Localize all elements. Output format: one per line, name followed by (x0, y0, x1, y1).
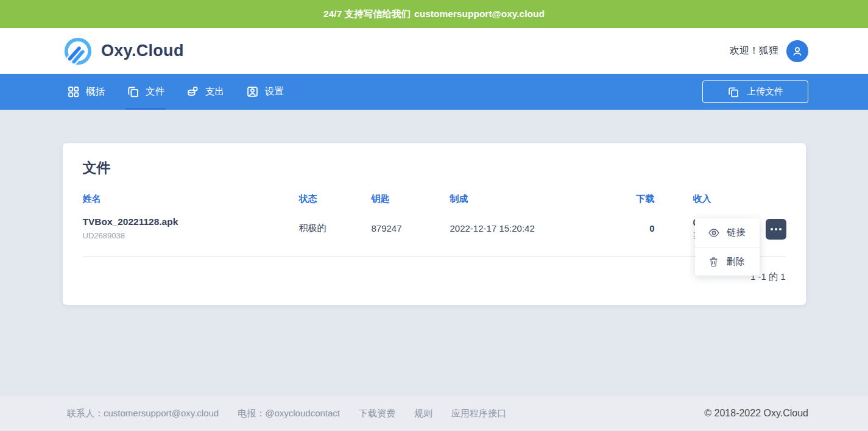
file-table-row: TVBox_20221128.apk UD2689038 积极的 879247 … (83, 205, 786, 257)
welcome-text: 欢迎！狐狸 (730, 45, 778, 57)
file-status: 积极的 (299, 223, 372, 234)
support-banner-text: 24/7 支持写信给我们 (323, 8, 411, 21)
upload-file-label: 上传文件 (747, 86, 783, 98)
row-actions-button[interactable] (766, 219, 786, 240)
file-name-cell: TVBox_20221128.apk UD2689038 (83, 216, 299, 241)
user-avatar[interactable] (786, 40, 808, 62)
support-email[interactable]: customersupport@oxy.cloud (414, 9, 545, 20)
col-header-income: 收入 (655, 193, 786, 205)
main-content: 文件 姓名 状态 钥匙 制成 下载 收入 TVBox_20221128.apk … (0, 110, 868, 396)
file-key: 879247 (372, 223, 450, 233)
nav-label-payouts: 支出 (205, 85, 224, 98)
main-nav: 概括 文件 支出 (0, 74, 868, 110)
col-header-created: 制成 (450, 193, 626, 205)
file-created: 2022-12-17 15:20:42 (450, 223, 626, 233)
nav-label-files: 文件 (146, 85, 164, 98)
footer-link-rules[interactable]: 规则 (414, 408, 432, 419)
copyright: © 2018-2022 Oxy.Cloud (704, 408, 808, 419)
file-downloads: 0 (626, 223, 655, 233)
col-header-key: 钥匙 (372, 193, 450, 205)
dot (779, 228, 782, 230)
nav-item-payouts[interactable]: 支出 (185, 74, 225, 110)
menu-item-link[interactable]: 链接 (695, 218, 760, 247)
file-id: UD2689038 (83, 230, 299, 241)
footer-link-download-rates[interactable]: 下载资费 (359, 408, 395, 419)
nav-label-overview: 概括 (86, 85, 105, 98)
row-actions-menu: 链接 删除 (695, 218, 760, 276)
file-name[interactable]: TVBox_20221128.apk (83, 216, 299, 228)
dot (771, 228, 773, 230)
upload-file-icon (727, 86, 739, 98)
header-user-area: 欢迎！狐狸 (730, 40, 808, 62)
col-header-status: 状态 (299, 193, 372, 205)
footer: 联系人：customersupport@oxy.cloud 电报：@oxyclo… (0, 396, 868, 430)
nav-item-files[interactable]: 文件 (125, 74, 166, 110)
brand-name: Oxy.Cloud (101, 41, 184, 60)
footer-link-contact[interactable]: 联系人：customersupport@oxy.cloud (67, 408, 219, 419)
user-icon (791, 45, 804, 58)
oxycloud-logo-icon (63, 36, 93, 66)
footer-link-telegram[interactable]: 电报：@oxycloudcontact (238, 408, 340, 419)
nav-label-settings: 设置 (265, 85, 284, 98)
files-icon (127, 85, 139, 98)
nav-item-settings[interactable]: 设置 (245, 74, 285, 110)
brand-logo[interactable]: Oxy.Cloud (63, 36, 184, 66)
header: Oxy.Cloud 欢迎！狐狸 (0, 28, 868, 74)
col-header-name: 姓名 (83, 193, 299, 205)
menu-item-link-label: 链接 (727, 227, 746, 238)
footer-link-api[interactable]: 应用程序接口 (451, 408, 506, 419)
menu-item-delete[interactable]: 删除 (695, 247, 760, 276)
account-icon (246, 85, 259, 98)
dashboard-icon (67, 85, 80, 98)
files-table-header: 姓名 状态 钥匙 制成 下载 收入 (83, 193, 786, 205)
menu-item-delete-label: 删除 (727, 256, 745, 268)
coins-icon (186, 85, 199, 98)
files-card: 文件 姓名 状态 钥匙 制成 下载 收入 TVBox_20221128.apk … (63, 143, 806, 305)
nav-item-overview[interactable]: 概括 (66, 74, 106, 110)
trash-icon (708, 256, 719, 268)
support-banner: 24/7 支持写信给我们 customersupport@oxy.cloud (0, 0, 868, 28)
files-card-title: 文件 (83, 158, 786, 177)
upload-file-button[interactable]: 上传文件 (702, 80, 808, 103)
eye-icon (708, 227, 720, 239)
pagination-status: 1 -1 的 1 (83, 271, 786, 283)
dot (775, 228, 777, 230)
col-header-downloads: 下载 (626, 193, 655, 205)
footer-links: 联系人：customersupport@oxy.cloud 电报：@oxyclo… (67, 408, 506, 419)
nav-items: 概括 文件 支出 (66, 74, 305, 110)
